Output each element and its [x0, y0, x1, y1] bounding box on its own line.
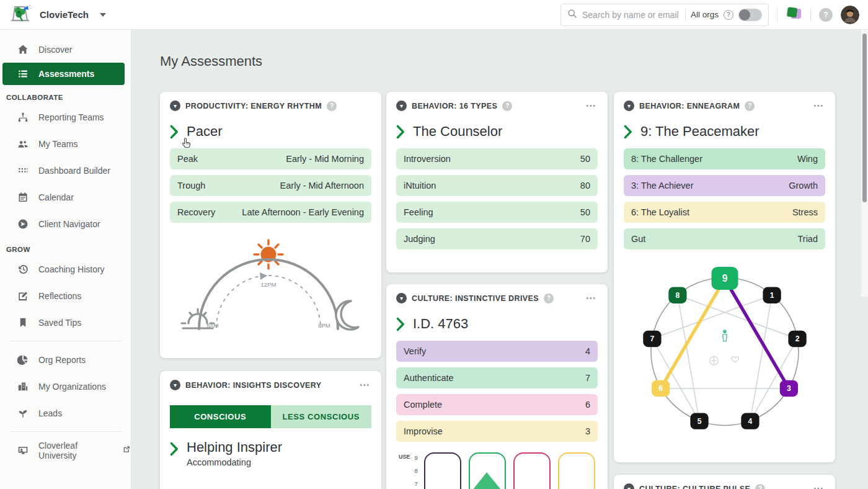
svg-text:9: 9: [722, 273, 727, 284]
help-icon[interactable]: ?: [745, 101, 755, 111]
help-icon[interactable]: ?: [327, 101, 337, 111]
collapse-icon[interactable]: ▾: [396, 101, 407, 111]
svg-text:6: 6: [658, 384, 663, 393]
calendar-icon: [17, 192, 29, 203]
card-16-types: ▾ BEHAVIOR: 16 TYPES ? ••• The Counselor…: [386, 92, 608, 272]
row-value: Late Afternoon - Early Evening: [242, 207, 364, 217]
label-evening: 8PM: [318, 322, 330, 329]
user-avatar[interactable]: [841, 6, 859, 24]
result-link-counselor[interactable]: The Counselor: [386, 116, 608, 148]
external-link-icon: [122, 445, 131, 455]
sidebar-item-my-organizations[interactable]: My Organizations: [0, 373, 131, 400]
note-pencil-icon: [17, 290, 29, 302]
help-icon[interactable]: ?: [502, 101, 512, 111]
card-culture-pulse: ▾ CULTURE: CULTURE PULSE ? •••: [614, 475, 835, 489]
org-name: ClovieTech: [40, 9, 89, 20]
result-title: The Counselor: [413, 123, 502, 140]
sidebar-item-client-navigator[interactable]: Client Navigator: [0, 210, 131, 237]
card-insights-discovery: ▾ BEHAVIOR: INSIGHTS DISCOVERY ••• CONSC…: [160, 371, 381, 489]
sidebar-item-label: Calendar: [38, 192, 74, 202]
main-content: My Assessments ▾ PRODUCTIVITY: ENERGY RH…: [131, 30, 868, 489]
help-icon[interactable]: ?: [819, 8, 833, 22]
assessment-row: Verify 4: [396, 341, 598, 362]
help-icon[interactable]: ?: [755, 484, 765, 489]
divider: [10, 431, 121, 432]
buildings-icon: [17, 381, 29, 392]
all-orgs-help-icon[interactable]: ?: [724, 10, 733, 20]
collapse-icon[interactable]: ▾: [396, 293, 407, 303]
sidebar-item-label: Leads: [38, 408, 62, 418]
assessment-row: 8: The Challenger Wing: [624, 148, 825, 169]
row-value: 6: [585, 400, 590, 410]
row-value: 50: [580, 154, 590, 164]
instinctive-drives-chart: USE 9 8 7 6 5: [386, 447, 608, 489]
sidebar-item-saved-tips[interactable]: Saved Tips: [0, 309, 131, 336]
row-label: 8: The Challenger: [631, 154, 702, 164]
more-menu-icon[interactable]: •••: [585, 294, 598, 303]
all-orgs-toggle[interactable]: [738, 9, 762, 21]
card-category: BEHAVIOR: ENNEAGRAM: [639, 102, 740, 110]
more-menu-icon[interactable]: •••: [812, 484, 825, 489]
card-category: BEHAVIOR: INSIGHTS DISCOVERY: [185, 381, 322, 390]
assessment-row: Complete 6: [396, 394, 598, 415]
row-label: 3: The Achiever: [631, 181, 694, 191]
help-icon[interactable]: ?: [544, 294, 554, 303]
sidebar-item-reporting-teams[interactable]: Reporting Teams: [0, 104, 131, 130]
chevron-right-icon: [624, 125, 632, 139]
sidebar-item-leads[interactable]: Leads: [0, 400, 131, 426]
row-label: Peak: [177, 154, 198, 164]
seedling-icon: [17, 408, 29, 419]
assessment-cards-icon[interactable]: [786, 6, 802, 24]
tab-conscious[interactable]: CONSCIOUS: [170, 405, 271, 428]
row-value: Early - Mid Afternoon: [280, 181, 364, 191]
more-menu-icon[interactable]: •••: [812, 101, 825, 110]
result-link-pacer[interactable]: Pacer: [160, 116, 381, 148]
card-enneagram: ▾ BEHAVIOR: ENNEAGRAM ? ••• 9: The Peace…: [614, 92, 835, 462]
search-input[interactable]: [582, 10, 680, 20]
divider: [777, 8, 777, 22]
more-menu-icon[interactable]: •••: [585, 101, 598, 110]
row-value: Early - Mid Morning: [286, 154, 364, 164]
more-menu-icon[interactable]: •••: [358, 380, 371, 390]
sidebar-item-org-reports[interactable]: Org Reports: [0, 346, 131, 373]
assessment-row: Recovery Late Afternoon - Early Evening: [170, 202, 371, 223]
row-label: Trough: [177, 181, 205, 191]
svg-text:8: 8: [675, 291, 680, 300]
collapse-icon[interactable]: ▾: [170, 380, 180, 390]
row-label: Feeling: [404, 207, 433, 217]
sidebar-item-assessments[interactable]: Assessments: [2, 63, 125, 85]
result-link-peacemaker[interactable]: 9: The Peacemaker: [614, 116, 835, 148]
row-value: 80: [580, 181, 590, 191]
result-link-helping-inspirer[interactable]: Helping Inspirer Accommodating: [160, 432, 381, 476]
card-category: PRODUCTIVITY: ENERGY RHYTHM: [185, 102, 322, 110]
row-label: iNtuition: [404, 181, 436, 191]
divider: [10, 341, 121, 341]
sidebar-item-label: Discover: [38, 45, 72, 55]
sidebar-item-cloverleaf-university[interactable]: Cloverleaf University: [0, 437, 131, 464]
collapse-icon[interactable]: ▾: [624, 101, 634, 111]
result-title: I.D. 4763: [413, 316, 468, 332]
search-bar: All orgs ?: [560, 4, 769, 26]
sidebar-item-label: Org Reports: [38, 355, 86, 365]
assessment-row: 6: The Loyalist Stress: [624, 202, 825, 223]
sidebar-item-calendar[interactable]: Calendar: [0, 184, 131, 210]
sidebar-item-dashboard-builder[interactable]: Dashboard Builder: [0, 157, 131, 184]
sidebar-item-coaching-history[interactable]: Coaching History: [0, 256, 131, 282]
row-label: 6: The Loyalist: [631, 207, 689, 217]
card-category: BEHAVIOR: 16 TYPES: [412, 102, 497, 110]
sidebar-item-reflections[interactable]: Reflections: [0, 282, 131, 309]
collapse-icon[interactable]: ▾: [624, 483, 634, 489]
org-switcher[interactable]: ClovieTech: [9, 3, 106, 27]
row-value: 50: [580, 207, 590, 217]
divider: [810, 8, 811, 22]
sidebar-item-discover[interactable]: Discover: [0, 36, 131, 63]
scrollbar-thumb[interactable]: [862, 34, 867, 202]
sidebar: Discover Assessments COLLABORATE Reporti…: [0, 30, 131, 489]
heart-icon: [731, 357, 738, 362]
tab-less-conscious[interactable]: LESS CONSCIOUS: [271, 405, 372, 428]
result-link-id[interactable]: I.D. 4763: [386, 308, 608, 341]
sidebar-item-my-teams[interactable]: My Teams: [0, 130, 131, 157]
row-value: Wing: [797, 154, 818, 164]
sidebar-item-label: Cloverleaf University: [38, 441, 107, 460]
collapse-icon[interactable]: ▾: [170, 101, 180, 111]
